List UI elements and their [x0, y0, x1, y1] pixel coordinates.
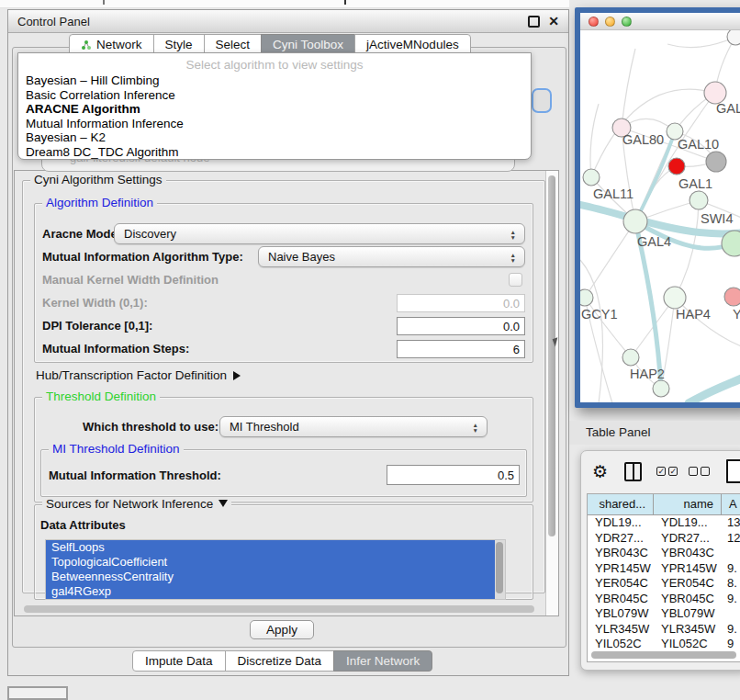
column-header-name[interactable]: name	[654, 494, 722, 514]
table-row[interactable]: YBR045CYBR045C9.	[588, 592, 740, 607]
column-header-a[interactable]: A	[722, 494, 740, 514]
attribute-item-gal4rgexp[interactable]: gal4RGexp	[46, 584, 505, 599]
table-row[interactable]: YDL19...YDL19...13	[588, 515, 740, 531]
algorithm-option-bayesian-k2[interactable]: Bayesian – K2	[18, 130, 531, 145]
tab-label: jActiveMNodules	[366, 38, 459, 51]
float-window-icon[interactable]	[528, 16, 540, 28]
table-cell: YLR345W	[588, 622, 654, 638]
table-cell: 8.	[722, 576, 740, 592]
aracne-mode-combo[interactable]: Discovery ▲▼	[114, 223, 525, 244]
mi-threshold-field[interactable]: 0.5	[387, 465, 520, 485]
attribute-item-topologicalcoefficient[interactable]: TopologicalCoefficient	[46, 555, 505, 570]
mi-algorithm-type-combo[interactable]: Naive Bayes ▲▼	[258, 246, 525, 267]
network-node-hap4[interactable]	[664, 287, 686, 309]
attribute-item-betweennesscentrality[interactable]: BetweennessCentrality	[46, 570, 505, 584]
settings-vscrollbar-thumb[interactable]	[548, 175, 555, 536]
algorithm-option-dream8-dc-tdc-algorithm[interactable]: Dream8 DC_TDC Algorithm	[18, 145, 531, 160]
network-node[interactable]	[706, 152, 726, 172]
table-row[interactable]: YDR27...YDR27...12	[588, 531, 740, 547]
table-row[interactable]: YBR043CYBR043C	[588, 546, 740, 561]
sources-group: Sources for Network Inference Data Attri…	[34, 504, 533, 600]
network-node-gal4[interactable]	[623, 209, 647, 233]
algorithm-option-mutual-information-inference[interactable]: Mutual Information Inference	[18, 117, 531, 131]
which-threshold-combo[interactable]: MI Threshold ▲▼	[219, 416, 488, 437]
kernel-width-field[interactable]: 0.0	[397, 294, 525, 312]
node-label-hap4: HAP4	[676, 307, 711, 322]
tab-label: Cyni Toolbox	[273, 38, 343, 51]
network-graph: GALGAL80GAL10GAL11GAL1SWI4GAL4GCY1HAP4YH…	[580, 30, 740, 402]
algorithm-dropdown-placeholder: Select algorithm to view settings	[18, 56, 531, 73]
attributes-scrollbar-thumb[interactable]	[496, 542, 503, 593]
which-threshold-value: MI Threshold	[230, 420, 299, 434]
threshold-definition-group: Threshold Definition Which threshold to …	[34, 397, 533, 502]
settings-gear-icon[interactable]: ⚙	[592, 461, 608, 482]
close-icon[interactable]: ✕	[548, 15, 559, 28]
table-cell	[722, 606, 740, 622]
table-cell: YER054C	[654, 576, 722, 592]
table-row[interactable]: YIL052CYIL052C9	[588, 637, 740, 652]
mi-steps-field[interactable]: 6	[397, 340, 525, 358]
top-tick-2	[344, 0, 346, 5]
table-hscrollbar-thumb[interactable]	[591, 651, 736, 659]
node-label-y: Y	[733, 307, 740, 322]
combo-arrows-icon: ▲▼	[473, 422, 478, 432]
table-cell: YBR045C	[588, 592, 654, 607]
select-all-checks-icon[interactable]: ✓✓	[656, 467, 678, 476]
table-row[interactable]: YBL079WYBL079W	[588, 606, 740, 622]
split-columns-icon[interactable]	[624, 462, 642, 481]
zoom-traffic-light-icon[interactable]	[622, 17, 632, 27]
aracne-mode-value: Discovery	[124, 227, 176, 241]
network-node-hap2[interactable]	[622, 349, 639, 366]
settings-scrollpane: Cyni Algorithm Settings Algorithm Defini…	[14, 170, 559, 616]
bottom-tab-discretize-data[interactable]: Discretize Data	[225, 650, 335, 672]
table-row[interactable]: YLR345WYLR345W9.	[588, 622, 740, 638]
hub-definition-expander[interactable]: Hub/Transcription Factor Definition	[36, 368, 241, 382]
apply-button[interactable]: Apply	[250, 620, 314, 639]
tab-label: Select	[216, 38, 251, 51]
algorithm-option-aracne-algorithm[interactable]: ARACNE Algorithm	[18, 102, 531, 117]
control-panel-titlebar[interactable]: Control Panel ✕	[8, 10, 568, 33]
algorithm-option-basic-correlation-inference[interactable]: Basic Correlation Inference	[18, 88, 531, 103]
table-row[interactable]: YPR145WYPR145W9.	[588, 561, 740, 577]
column-header-shared[interactable]: shared...	[588, 494, 654, 514]
table-cell: YBR045C	[654, 592, 722, 607]
settings-hscrollbar-thumb[interactable]	[24, 605, 534, 613]
table-cell: YER054C	[588, 576, 654, 592]
node-label-gcy1: GCY1	[581, 307, 618, 322]
node-label-gal4: GAL4	[637, 234, 671, 249]
table-cell: YDR27...	[654, 531, 722, 547]
deselect-all-checks-icon[interactable]	[689, 467, 710, 476]
network-node-gal1[interactable]	[690, 191, 708, 209]
network-canvas[interactable]: GALGAL80GAL10GAL11GAL1SWI4GAL4GCY1HAP4YH…	[580, 30, 740, 402]
dpi-tolerance-field[interactable]: 0.0	[397, 317, 525, 335]
algorithm-option-bayesian-hill-climbing[interactable]: Bayesian – Hill Climbing	[18, 73, 531, 88]
control-panel-title: Control Panel	[17, 15, 90, 28]
network-window-titlebar[interactable]	[580, 13, 740, 30]
mi-threshold-definition-group: MI Threshold Definition Mutual Informati…	[40, 449, 527, 497]
settings-vscrollbar[interactable]	[545, 171, 558, 615]
network-node[interactable]	[653, 380, 669, 397]
expanded-arrow-icon[interactable]	[219, 500, 228, 507]
bottom-tab-impute-data[interactable]: Impute Data	[132, 650, 226, 672]
mi-algorithm-type-value: Naive Bayes	[268, 250, 335, 264]
network-node-gcy1[interactable]	[580, 289, 593, 306]
minimize-traffic-light-icon[interactable]	[605, 17, 615, 27]
manual-kernel-checkbox[interactable]	[509, 273, 522, 287]
attribute-item-selfloops[interactable]: SelfLoops	[46, 540, 505, 555]
mi-threshold-definition-title: MI Threshold Definition	[49, 442, 184, 456]
table-sheet-icon[interactable]	[726, 459, 740, 483]
network-view-window[interactable]: GALGAL80GAL10GAL11GAL1SWI4GAL4GCY1HAP4YH…	[575, 7, 740, 408]
close-traffic-light-icon[interactable]	[589, 17, 599, 27]
network-node[interactable]	[668, 158, 685, 175]
bottom-tab-infer-network[interactable]: Infer Network	[333, 650, 432, 672]
minimized-panel-chip[interactable]	[7, 686, 68, 700]
table-header-row: shared...nameA	[588, 494, 740, 515]
cyni-bottom-tabs: Impute DataDiscretize DataInfer Network	[133, 650, 432, 672]
network-node-gal11[interactable]	[583, 169, 600, 186]
attributes-scrollbar[interactable]	[495, 540, 505, 599]
network-node-y[interactable]	[724, 288, 740, 306]
table-cell: YPR145W	[588, 561, 654, 577]
table-row[interactable]: YER054CYER054C8.	[588, 576, 740, 592]
tab-label: Style	[165, 38, 193, 51]
network-node[interactable]	[727, 30, 740, 45]
